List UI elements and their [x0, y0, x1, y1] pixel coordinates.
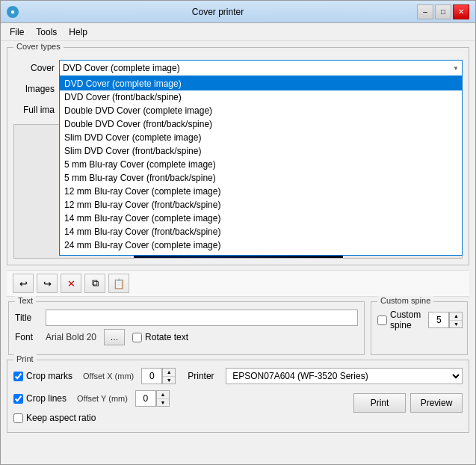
rotate-text-checkbox[interactable]	[132, 333, 142, 342]
font-value: Arial Bold 20	[46, 332, 96, 342]
print-button[interactable]: Print	[353, 393, 406, 413]
font-label: Font	[15, 332, 41, 342]
printer-row: Printer EPSON07A604 (WF-3520 Series)	[188, 368, 463, 384]
text-spine-row: Text Title Font Arial Bold 20 … Rotate t…	[7, 301, 469, 355]
list-item[interactable]: Double DVD Cover (front/back/spine)	[60, 117, 462, 131]
main-content: Cover types Cover DVD Cover (complete im…	[1, 41, 475, 464]
title-bar: ● Cover printer – □ ✕	[1, 1, 475, 23]
minimize-button[interactable]: –	[417, 4, 433, 19]
cover-types-label: Cover types	[13, 42, 64, 51]
custom-spine-label: Custom spine	[390, 310, 421, 330]
redo-button[interactable]: ↪	[37, 274, 58, 293]
cover-label: Cover	[13, 63, 55, 73]
keep-aspect-text: Keep aspect ratio	[26, 413, 96, 423]
cover-dropdown-list[interactable]: DVD Cover (complete image) DVD Cover (fr…	[59, 76, 463, 256]
rotate-text-checkbox-label[interactable]: Rotate text	[132, 332, 188, 342]
custom-spine-arrows: ▲ ▼	[449, 312, 463, 328]
cover-types-group: Cover types Cover DVD Cover (complete im…	[7, 47, 469, 265]
crop-lines-label[interactable]: Crop lines	[13, 393, 67, 404]
list-item[interactable]: 14 mm Blu-ray Cover (front/back/spine)	[60, 225, 462, 238]
keep-aspect-row: Keep aspect ratio	[13, 413, 176, 423]
full-image-label: Full ima	[13, 105, 55, 115]
list-item[interactable]: 5 mm Blu-ray Cover (complete image)	[60, 158, 462, 171]
custom-spine-spinner: ▲ ▼	[428, 312, 463, 328]
close-button[interactable]: ✕	[453, 4, 469, 19]
crop-marks-row: Crop marks Offset X (mm) ▲ ▼	[13, 368, 176, 384]
title-row: Title	[15, 310, 358, 326]
offset-x-spinner: ▲ ▼	[141, 368, 176, 384]
print-group: Print Crop marks Offset X (mm) ▲	[7, 360, 469, 433]
offset-x-up-button[interactable]: ▲	[163, 369, 175, 377]
paste-button[interactable]: 📋	[108, 274, 129, 293]
images-label: Images	[13, 84, 55, 94]
offset-x-label: Offset X (mm)	[83, 372, 134, 381]
crop-lines-row: Crop lines Offset Y (mm) ▲ ▼	[13, 390, 176, 407]
offset-y-down-button[interactable]: ▼	[157, 399, 169, 407]
offset-x-input[interactable]	[141, 368, 162, 384]
list-item[interactable]: Slim DVD Cover (complete image)	[60, 131, 462, 144]
cover-row: Cover DVD Cover (complete image) ▼ DVD C…	[13, 60, 463, 76]
action-buttons: Print Preview	[188, 393, 463, 413]
printer-select[interactable]: EPSON07A604 (WF-3520 Series)	[226, 368, 463, 384]
delete-button[interactable]: ✕	[61, 274, 81, 293]
list-item[interactable]: 14 mm Blu-ray Cover (complete image)	[60, 212, 462, 225]
font-browse-button[interactable]: …	[104, 329, 125, 345]
list-item[interactable]: 24 mm Blu-ray Cover (front/back/spine)	[60, 252, 462, 256]
custom-spine-value[interactable]	[428, 312, 449, 328]
list-item[interactable]: 24 mm Blu-ray Cover (complete image)	[60, 238, 462, 252]
custom-spine-group-label: Custom spine	[377, 296, 433, 305]
custom-spine-group: Custom spine Custom spine ▲ ▼	[371, 301, 468, 355]
undo-button[interactable]: ↩	[13, 274, 34, 293]
title-input[interactable]	[46, 310, 358, 326]
offset-y-up-button[interactable]: ▲	[157, 391, 169, 399]
custom-spine-checkbox-label[interactable]: Custom spine	[377, 310, 421, 330]
list-item[interactable]: Slim DVD Cover (front/back/spine)	[60, 144, 462, 158]
list-item[interactable]: DVD Cover (front/back/spine)	[60, 90, 462, 104]
print-right: Printer EPSON07A604 (WF-3520 Series) Pri…	[188, 368, 463, 413]
preview-button[interactable]: Preview	[410, 393, 463, 413]
offset-y-spinner: ▲ ▼	[135, 390, 170, 407]
spin-down-button[interactable]: ▼	[450, 321, 462, 328]
keep-aspect-label[interactable]: Keep aspect ratio	[13, 413, 96, 423]
cover-dropdown-container: DVD Cover (complete image) ▼ DVD Cover (…	[59, 60, 463, 76]
offset-x-arrows: ▲ ▼	[162, 368, 176, 384]
list-item[interactable]: 12 mm Blu-ray Cover (front/back/spine)	[60, 198, 462, 212]
list-item[interactable]: 12 mm Blu-ray Cover (complete image)	[60, 185, 462, 198]
text-group-label: Text	[15, 296, 36, 305]
print-inner: Crop marks Offset X (mm) ▲ ▼	[13, 368, 463, 426]
title-label: Title	[15, 312, 41, 323]
menu-file[interactable]: File	[4, 25, 30, 39]
font-row: Font Arial Bold 20 … Rotate text	[15, 329, 358, 345]
copy-button[interactable]: ⧉	[84, 274, 105, 293]
crop-marks-label[interactable]: Crop marks	[13, 371, 72, 381]
window-title: Cover printer	[19, 7, 417, 17]
spin-up-button[interactable]: ▲	[450, 312, 462, 321]
custom-spine-row: Custom spine ▲ ▼	[377, 310, 461, 330]
toolbar: ↩ ↪ ✕ ⧉ 📋	[7, 270, 469, 297]
crop-lines-text: Crop lines	[26, 393, 67, 404]
list-item[interactable]: Double DVD Cover (complete image)	[60, 104, 462, 117]
list-item[interactable]: DVD Cover (complete image)	[60, 77, 462, 90]
main-window: ● Cover printer – □ ✕ File Tools Help Co…	[0, 0, 476, 465]
keep-aspect-checkbox[interactable]	[13, 413, 23, 423]
printer-label: Printer	[188, 371, 221, 381]
offset-y-input[interactable]	[135, 390, 156, 407]
text-group: Text Title Font Arial Bold 20 … Rotate t…	[8, 301, 365, 355]
dropdown-arrow-icon: ▼	[453, 65, 459, 72]
window-controls: – □ ✕	[417, 4, 469, 19]
menu-tools[interactable]: Tools	[30, 25, 63, 39]
crop-lines-checkbox[interactable]	[13, 394, 23, 404]
cover-dropdown[interactable]: DVD Cover (complete image) ▼	[59, 60, 463, 76]
custom-spine-checkbox[interactable]	[377, 315, 387, 325]
print-group-label: Print	[13, 354, 37, 363]
list-item[interactable]: 5 mm Blu-ray Cover (front/back/spine)	[60, 171, 462, 185]
window-icon: ●	[7, 6, 19, 18]
cover-selected: DVD Cover (complete image)	[63, 63, 180, 73]
offset-x-down-button[interactable]: ▼	[163, 377, 175, 384]
crop-marks-checkbox[interactable]	[13, 372, 23, 381]
menu-help[interactable]: Help	[63, 25, 93, 39]
menu-bar: File Tools Help	[1, 23, 475, 41]
rotate-text-label: Rotate text	[145, 332, 188, 342]
crop-marks-text: Crop marks	[26, 371, 72, 381]
maximize-button[interactable]: □	[435, 4, 451, 19]
